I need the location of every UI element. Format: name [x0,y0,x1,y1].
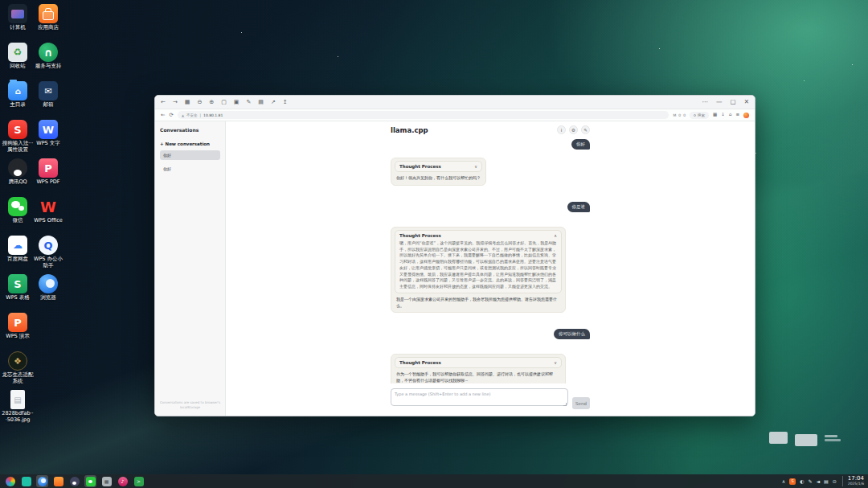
desktop-icon-wps-writer[interactable]: WWPS 文字 [32,120,64,158]
new-conversation-button[interactable]: + New conversation [160,141,220,146]
taskbar-app-app-store[interactable] [52,475,64,487]
desktop-icon-sogou-settings[interactable]: S搜狗输入法···属性设置 [2,120,34,158]
night-mode-icon[interactable]: ◐ [800,479,804,484]
menu-icon[interactable]: ≡ [735,113,739,117]
desktop-icon-label: 回收站 [10,64,26,70]
quick-search-pill[interactable]: 搜索 [690,112,709,119]
power-icon[interactable]: ⊙ [833,479,837,484]
taskbar-app-file-manager[interactable] [20,475,32,487]
maximize-button[interactable]: ▢ [731,99,736,105]
desktop-icon-label: WPS 表格 [6,295,30,301]
terminal-icon: > [134,477,144,486]
clipboard-icon[interactable]: ▣ [234,100,240,105]
computer-icon [8,4,27,23]
taskbar-clock[interactable]: 17:04 2025/1/6 [842,476,864,486]
back-icon[interactable]: ← [161,113,165,118]
wps-assistant-icon: Q [39,236,58,255]
app-store-icon [39,4,58,23]
message-input[interactable] [391,388,568,406]
reload-icon[interactable]: ⟳ [169,113,173,118]
desktop-icon-wps-assistant[interactable]: QWPS 办公小助手 [32,236,64,274]
zoom-in-icon[interactable]: ⊕ [209,100,214,105]
conversation-item[interactable]: 你好 [160,164,220,174]
taskbar-app-launcher[interactable] [4,475,16,487]
desktop-icon-loongson-system[interactable]: ❖龙芯生态适配系统 [2,351,34,390]
desktop-icon-label: WPS Office [34,218,63,224]
chat-input-row: Send [391,383,590,416]
taskbar-app-terminal[interactable]: > [133,475,145,487]
desktop-icon-baidu-netdisk[interactable]: ☁百度网盘 [2,236,34,274]
desktop-icons-column-2: 应用商店∩服务与支持✉邮箱WWPS 文字PWPS PDFWWPS OfficeQ… [32,4,64,313]
extension-badge[interactable]: M [673,113,676,117]
taskbar-app-control-center[interactable]: ▦ [100,475,113,487]
thought-process-box[interactable]: Thought Process ∧ 嗯，用户问“你是谁”，这个问题挺常见的。我得… [395,230,562,293]
sogou-tray-icon[interactable]: S [789,478,796,485]
fit-window-icon[interactable]: ▢ [221,100,227,105]
theme-button[interactable]: ✎ [581,125,590,134]
windows-icon[interactable]: ▤ [258,100,264,105]
assistant-message: Thought Process ∨ 你好！很高兴见到你，有什么我可以帮忙的吗？ [391,158,486,186]
desktop-icon-tencent-qq[interactable]: 腾讯QQ [2,158,34,197]
desktop-icon-mail[interactable]: ✉邮箱 [32,81,64,120]
viewer-back-icon[interactable]: ← [161,100,166,105]
taskbar: ▦♪> ∧S◐✎◄▤⊙ 17:04 2025/1/6 [0,474,868,488]
home-icon[interactable]: ⌂ [729,113,732,117]
desktop-icon-wps-spreadsheet[interactable]: SWPS 表格 [2,274,34,313]
desktop-icon-label: 2828bdfab···5036.jpg [2,411,34,424]
keyboard-icon[interactable]: ▤ [824,479,829,484]
desktop-icon-jpg-file[interactable]: ▤2828bdfab···5036.jpg [2,390,34,429]
browser-icon [39,274,58,293]
conversation-item[interactable]: 你好 [160,150,220,160]
expand-icon[interactable]: ↗ [271,100,276,105]
viewer-forward-icon[interactable]: → [173,100,178,105]
desktop-icon-browser[interactable]: 浏览器 [32,274,64,313]
pen-input-icon[interactable]: ✎ [808,479,812,484]
wps-pdf-icon: P [39,158,58,178]
zoom-out-icon[interactable]: ⊖ [197,100,202,105]
wps-presentation-icon: P [8,313,27,332]
upload-icon[interactable]: ↥ [283,100,288,105]
desktop-icon-wps-pdf[interactable]: PWPS PDF [32,158,64,197]
taskbar-app-wechat[interactable] [84,475,96,487]
close-button[interactable]: ✕ [744,99,749,105]
desktop-icon-service-support[interactable]: ∩服务与支持 [32,43,64,81]
edit-icon[interactable]: ✎ [246,100,251,105]
minimize-button[interactable]: — [716,99,723,105]
thought-process-box[interactable]: Thought Process ∨ [395,357,562,368]
desktop-icon-label: WPS 演示 [6,334,30,340]
tray-icons: ∧S◐✎◄▤⊙ [782,478,837,485]
taskbar-app-qq[interactable] [68,475,80,487]
settings-button[interactable]: ⚙ [569,125,578,134]
apps-grid-icon[interactable]: ▦ [713,113,717,117]
desktop-icon-wps-presentation[interactable]: PWPS 演示 [2,313,34,351]
tray-expand-icon[interactable]: ∧ [782,479,785,484]
volume-icon[interactable]: ◄ [816,479,820,484]
desktop-icon-computer[interactable]: 计算机 [2,4,34,43]
desktop-icon-home-folder[interactable]: ⌂主目录 [2,81,34,120]
desktop-icon-wechat[interactable]: 微信 [2,197,34,236]
sidebar-footer-note: Conversations are saved to browser's loc… [158,400,222,410]
download-icon[interactable]: ↓ [721,113,725,117]
desktop-icon-label: WPS PDF [36,179,59,186]
desktop-icon-app-store[interactable]: 应用商店 [32,4,64,43]
viewer-grid-icon[interactable]: ▦ [185,100,190,105]
profile-avatar[interactable] [743,113,749,118]
resize-grip[interactable] [563,403,567,406]
send-button[interactable]: Send [572,397,590,409]
wallpaper-stars [241,32,242,33]
thought-process-label: Thought Process [399,360,441,365]
extension-badge[interactable]: 0 [678,113,681,117]
desktop-icon-recycle-bin[interactable]: ♻回收站 [2,43,34,81]
url-field[interactable]: ▲ 不安全 | 10.80.1.81 [178,111,669,119]
mail-icon: ✉ [39,81,58,100]
url-text: 10.80.1.81 [203,113,223,117]
extension-badge[interactable]: 0 [683,113,686,117]
taskbar-app-browser[interactable] [36,475,48,487]
taskbar-app-music[interactable]: ♪ [117,475,129,487]
info-button[interactable]: i [557,125,566,134]
more-menu-icon[interactable]: ⋯ [702,99,709,105]
desktop-icon-wps-office[interactable]: WWPS Office [32,197,64,236]
conversation-list: 你好你好 [160,150,220,174]
thought-process-box[interactable]: Thought Process ∨ [395,161,482,172]
desktop-icon-label: WPS 文字 [36,141,60,147]
